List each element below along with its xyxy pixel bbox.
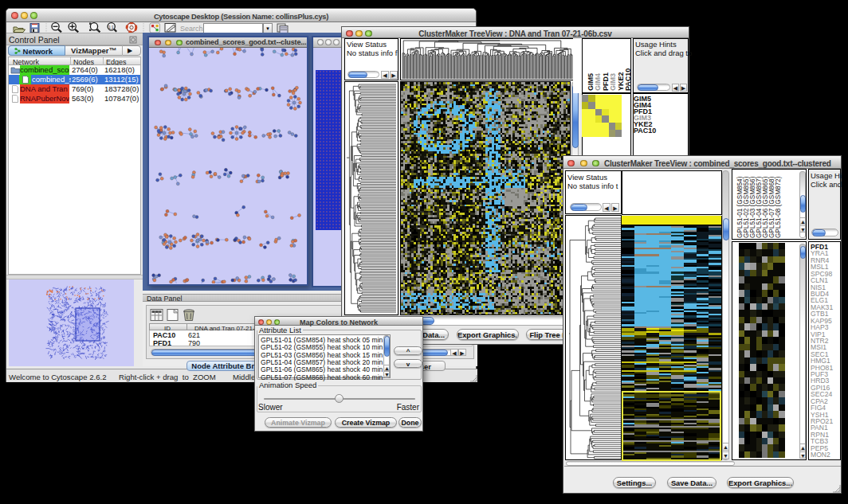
svg-text:PAC10: PAC10: [624, 68, 630, 91]
svg-text:GIM3: GIM3: [609, 73, 617, 91]
svg-text:GIM4: GIM4: [594, 73, 602, 91]
svg-text:GPL51-08 (GSM872): GPL51-08 (GSM872): [775, 176, 782, 238]
svg-text:1:1: 1:1: [108, 25, 114, 29]
